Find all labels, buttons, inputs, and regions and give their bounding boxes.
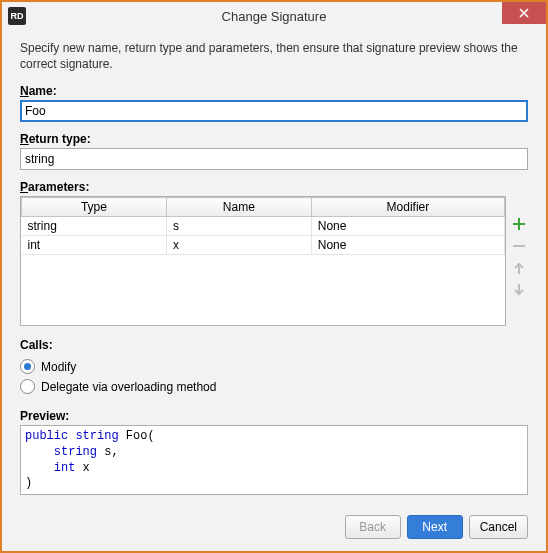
cell-modifier[interactable]: None [311, 217, 504, 236]
dialog-window: RD Change Signature Specify new name, re… [0, 0, 548, 553]
radio-delegate[interactable]: Delegate via overloading method [20, 379, 528, 394]
radio-delegate-label: Delegate via overloading method [41, 380, 216, 394]
name-input[interactable] [20, 100, 528, 122]
parameter-side-buttons [510, 196, 528, 326]
close-button[interactable] [502, 2, 546, 24]
table-row[interactable]: int x None [22, 236, 505, 255]
cell-type[interactable]: string [22, 217, 167, 236]
col-name[interactable]: Name [166, 198, 311, 217]
table-header-row: Type Name Modifier [22, 198, 505, 217]
arrow-up-icon [513, 261, 525, 275]
plus-icon [512, 217, 526, 231]
next-button[interactable]: Next [407, 515, 463, 539]
preview-box: public string Foo( string s, int x ) [20, 425, 528, 495]
table-row[interactable]: string s None [22, 217, 505, 236]
dialog-content: Specify new name, return type and parame… [2, 30, 546, 551]
cell-modifier[interactable]: None [311, 236, 504, 255]
parameters-label: Parameters: [20, 180, 528, 194]
name-label: Name: [20, 84, 528, 98]
instruction-text: Specify new name, return type and parame… [20, 40, 528, 72]
close-icon [519, 8, 529, 18]
parameters-table[interactable]: Type Name Modifier string s None int [20, 196, 506, 326]
move-down-button[interactable] [511, 282, 527, 298]
dialog-buttons: Back Next Cancel [20, 503, 528, 539]
radio-icon [20, 359, 35, 374]
cancel-button[interactable]: Cancel [469, 515, 528, 539]
cell-name[interactable]: s [166, 217, 311, 236]
radio-modify-label: Modify [41, 360, 76, 374]
calls-label: Calls: [20, 338, 528, 352]
preview-label: Preview: [20, 409, 528, 423]
remove-parameter-button[interactable] [511, 238, 527, 254]
minus-icon [512, 239, 526, 253]
col-type[interactable]: Type [22, 198, 167, 217]
titlebar: RD Change Signature [2, 2, 546, 30]
col-modifier[interactable]: Modifier [311, 198, 504, 217]
radio-icon [20, 379, 35, 394]
cell-name[interactable]: x [166, 236, 311, 255]
cell-type[interactable]: int [22, 236, 167, 255]
return-type-input[interactable] [20, 148, 528, 170]
return-type-label: Return type: [20, 132, 528, 146]
add-parameter-button[interactable] [511, 216, 527, 232]
arrow-down-icon [513, 283, 525, 297]
window-title: Change Signature [2, 9, 546, 24]
move-up-button[interactable] [511, 260, 527, 276]
radio-modify[interactable]: Modify [20, 359, 528, 374]
app-icon: RD [8, 7, 26, 25]
back-button[interactable]: Back [345, 515, 401, 539]
